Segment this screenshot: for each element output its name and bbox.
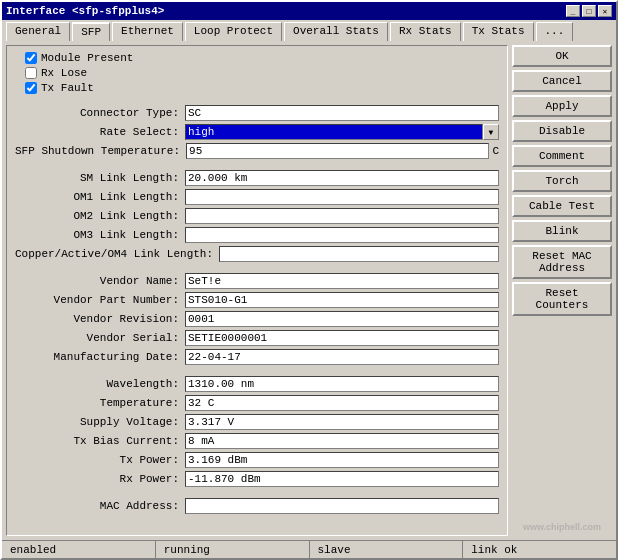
tx-power-label: Tx Power: [15, 454, 185, 466]
main-content: Module Present Rx Lose Tx Fault Connecto… [2, 41, 616, 540]
om3-link-length-label: OM3 Link Length: [15, 229, 185, 241]
wavelength-value[interactable]: 1310.00 nm [185, 376, 499, 392]
ok-button[interactable]: OK [512, 45, 612, 67]
temperature-label: Temperature: [15, 397, 185, 409]
tx-power-row: Tx Power: 3.169 dBm [15, 452, 499, 468]
rx-power-row: Rx Power: -11.870 dBm [15, 471, 499, 487]
status-item-link: link ok [463, 541, 616, 558]
sm-link-length-value[interactable]: 20.000 km [185, 170, 499, 186]
tab-loop-protect[interactable]: Loop Protect [185, 22, 282, 41]
connector-type-value[interactable]: SC [185, 105, 499, 121]
tx-power-value[interactable]: 3.169 dBm [185, 452, 499, 468]
sm-link-length-row: SM Link Length: 20.000 km [15, 170, 499, 186]
tab-ethernet[interactable]: Ethernet [112, 22, 183, 41]
close-button[interactable]: ✕ [598, 5, 612, 17]
vendor-part-row: Vendor Part Number: STS010-G1 [15, 292, 499, 308]
om2-link-length-label: OM2 Link Length: [15, 210, 185, 222]
sfp-shutdown-temp-unit: C [489, 145, 499, 157]
cable-test-button[interactable]: Cable Test [512, 195, 612, 217]
left-panel: Module Present Rx Lose Tx Fault Connecto… [6, 45, 508, 536]
tabs-bar: General SFP Ethernet Loop Protect Overal… [2, 20, 616, 41]
rate-select-label: Rate Select: [15, 126, 185, 138]
sfp-shutdown-temp-row: SFP Shutdown Temperature: 95 C [15, 143, 499, 159]
copper-link-length-row: Copper/Active/OM4 Link Length: [15, 246, 499, 262]
temperature-row: Temperature: 32 C [15, 395, 499, 411]
minimize-button[interactable]: _ [566, 5, 580, 17]
tx-bias-current-value[interactable]: 8 mA [185, 433, 499, 449]
right-panel: OK Cancel Apply Disable Comment Torch Ca… [512, 45, 612, 536]
supply-voltage-value[interactable]: 3.317 V [185, 414, 499, 430]
vendor-name-label: Vendor Name: [15, 275, 185, 287]
reset-mac-button[interactable]: Reset MAC Address [512, 245, 612, 279]
rx-lose-checkbox[interactable] [25, 67, 37, 79]
vendor-name-value[interactable]: SeT!e [185, 273, 499, 289]
om2-link-length-row: OM2 Link Length: [15, 208, 499, 224]
vendor-part-value[interactable]: STS010-G1 [185, 292, 499, 308]
vendor-serial-value[interactable]: SETIE0000001 [185, 330, 499, 346]
vendor-serial-row: Vendor Serial: SETIE0000001 [15, 330, 499, 346]
tx-bias-current-label: Tx Bias Current: [15, 435, 185, 447]
copper-link-length-label: Copper/Active/OM4 Link Length: [15, 248, 219, 260]
vendor-revision-row: Vendor Revision: 0001 [15, 311, 499, 327]
reset-counters-button[interactable]: Reset Counters [512, 282, 612, 316]
mac-address-row: MAC Address: [15, 498, 499, 514]
rate-select-container: high ▼ [185, 124, 499, 140]
rx-power-value[interactable]: -11.870 dBm [185, 471, 499, 487]
rx-lose-label: Rx Lose [41, 67, 87, 79]
rate-select-row: Rate Select: high ▼ [15, 124, 499, 140]
apply-button[interactable]: Apply [512, 95, 612, 117]
vendor-revision-label: Vendor Revision: [15, 313, 185, 325]
vendor-name-row: Vendor Name: SeT!e [15, 273, 499, 289]
comment-button[interactable]: Comment [512, 145, 612, 167]
rate-select-value[interactable]: high [185, 124, 483, 140]
connector-type-row: Connector Type: SC [15, 105, 499, 121]
mac-address-value[interactable] [185, 498, 499, 514]
wavelength-label: Wavelength: [15, 378, 185, 390]
rx-lose-row: Rx Lose [15, 67, 499, 79]
module-present-label: Module Present [41, 52, 133, 64]
tab-sfp[interactable]: SFP [72, 22, 110, 41]
tx-fault-row: Tx Fault [15, 82, 499, 94]
tx-fault-label: Tx Fault [41, 82, 94, 94]
sfp-shutdown-temp-value[interactable]: 95 [186, 143, 489, 159]
module-present-checkbox[interactable] [25, 52, 37, 64]
main-window: Interface <sfp-sfpplus4> _ □ ✕ General S… [0, 0, 618, 560]
cancel-button[interactable]: Cancel [512, 70, 612, 92]
om3-link-length-value[interactable] [185, 227, 499, 243]
om2-link-length-value[interactable] [185, 208, 499, 224]
window-controls: _ □ ✕ [566, 5, 612, 17]
om1-link-length-value[interactable] [185, 189, 499, 205]
disable-button[interactable]: Disable [512, 120, 612, 142]
title-bar: Interface <sfp-sfpplus4> _ □ ✕ [2, 2, 616, 20]
tab-rx-stats[interactable]: Rx Stats [390, 22, 461, 41]
rate-select-dropdown[interactable]: ▼ [483, 124, 499, 140]
om1-link-length-row: OM1 Link Length: [15, 189, 499, 205]
om1-link-length-label: OM1 Link Length: [15, 191, 185, 203]
module-present-row: Module Present [15, 52, 499, 64]
tab-overall-stats[interactable]: Overall Stats [284, 22, 388, 41]
mac-address-label: MAC Address: [15, 500, 185, 512]
supply-voltage-label: Supply Voltage: [15, 416, 185, 428]
connector-type-label: Connector Type: [15, 107, 185, 119]
vendor-revision-value[interactable]: 0001 [185, 311, 499, 327]
manufacturing-date-value[interactable]: 22-04-17 [185, 349, 499, 365]
tab-more[interactable]: ... [536, 22, 574, 41]
temperature-value[interactable]: 32 C [185, 395, 499, 411]
vendor-serial-label: Vendor Serial: [15, 332, 185, 344]
tx-fault-checkbox[interactable] [25, 82, 37, 94]
sfp-shutdown-temp-label: SFP Shutdown Temperature: [15, 145, 186, 157]
tab-tx-stats[interactable]: Tx Stats [463, 22, 534, 41]
supply-voltage-row: Supply Voltage: 3.317 V [15, 414, 499, 430]
status-item-running: running [156, 541, 310, 558]
watermark: www.chiphell.com [523, 522, 601, 532]
blink-button[interactable]: Blink [512, 220, 612, 242]
tx-bias-current-row: Tx Bias Current: 8 mA [15, 433, 499, 449]
wavelength-row: Wavelength: 1310.00 nm [15, 376, 499, 392]
torch-button[interactable]: Torch [512, 170, 612, 192]
tab-general[interactable]: General [6, 22, 70, 41]
rx-power-label: Rx Power: [15, 473, 185, 485]
maximize-button[interactable]: □ [582, 5, 596, 17]
copper-link-length-value[interactable] [219, 246, 499, 262]
status-item-enabled: enabled [2, 541, 156, 558]
status-item-slave: slave [310, 541, 464, 558]
